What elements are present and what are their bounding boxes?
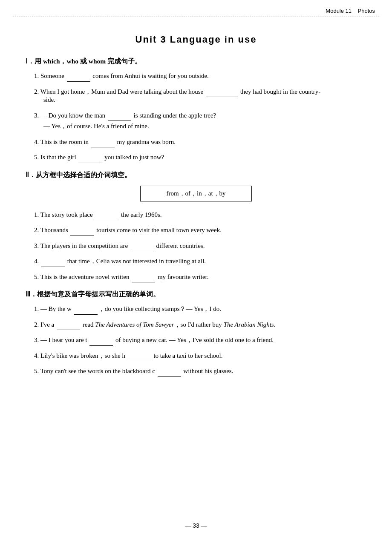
section3-roman: Ⅲ	[26, 290, 30, 298]
section2-heading: Ⅱ．从方框中选择合适的介词填空。	[26, 171, 366, 180]
blank-s1-3	[108, 110, 131, 121]
blank-s1-1	[67, 70, 90, 82]
list-item: 3. The players in the competition are di…	[34, 240, 366, 252]
blank-s3-2	[57, 319, 80, 330]
page-header: Module 11 Photos	[0, 0, 392, 17]
blank-s1-5	[78, 152, 102, 163]
section3-heading: Ⅲ．根据句意及首字母提示写出正确的单词。	[26, 290, 366, 299]
list-item: 4. This is the room in my grandma was bo…	[34, 136, 366, 148]
blank-s2-1	[95, 209, 118, 221]
list-item: 5. Tony can't see the words on the black…	[34, 365, 366, 377]
word-box-container: from，of，in，at，by	[26, 186, 366, 201]
section1-heading: Ⅰ．用 which，who 或 whom 完成句子。	[26, 57, 366, 66]
italic-title2: The Arabian Nights	[224, 321, 274, 328]
section1-instruction: ．用 which，who 或 whom 完成句子。	[28, 57, 141, 65]
blank-s2-3	[130, 240, 154, 252]
blank-s1-4	[91, 136, 115, 148]
list-item: 2. I've a read The Adventures of Tom Saw…	[34, 319, 366, 330]
blank-s1-2	[206, 86, 238, 98]
list-item: 4. Lily's bike was broken，so she h to ta…	[34, 350, 366, 362]
list-item: 3. — Do you know the man is standing und…	[34, 110, 366, 132]
section1-list: 1. Someone comes from Anhui is waiting f…	[26, 70, 366, 163]
blank-s2-2	[70, 224, 94, 236]
continued-text: side.	[34, 95, 366, 106]
list-item: 3. — I hear you are t of buying a new ca…	[34, 334, 366, 346]
list-item: 1. The story took place the early 1960s.	[34, 209, 366, 221]
list-item: 5. This is the adventure novel written m…	[34, 271, 366, 283]
word-box: from，of，in，at，by	[140, 186, 251, 201]
module-title: Module 11	[326, 8, 352, 14]
section2-roman: Ⅱ	[26, 171, 29, 178]
unit-title: Unit 3 Language in use	[26, 34, 366, 45]
sub-answer: — Yes，of course. He's a friend of mine.	[34, 121, 366, 132]
page-number: — 33 —	[185, 522, 207, 529]
blank-s3-5	[158, 365, 181, 377]
section3-instruction: ．根据句意及首字母提示写出正确的单词。	[30, 290, 160, 298]
list-item: 4. that time，Celia was not interested in…	[34, 256, 366, 267]
blank-s3-1	[74, 303, 98, 315]
page-content: Unit 3 Language in use Ⅰ．用 which，who 或 w…	[0, 17, 392, 407]
list-item: 1. Someone comes from Anhui is waiting f…	[34, 70, 366, 82]
blank-s2-5	[132, 271, 155, 283]
header-subtitle: Photos	[358, 8, 375, 14]
list-item: 1. — By the w ，do you like collecting st…	[34, 303, 366, 315]
blank-s3-4	[128, 350, 151, 362]
list-item: 5. Is that the girl you talked to just n…	[34, 152, 366, 163]
italic-title1: The Adventures of Tom Sawyer	[95, 321, 174, 328]
section3-list: 1. — By the w ，do you like collecting st…	[26, 303, 366, 377]
blank-s3-3	[89, 334, 113, 346]
list-item: 2. When I got home，Mum and Dad were talk…	[34, 86, 366, 106]
section2-list: 1. The story took place the early 1960s.…	[26, 209, 366, 283]
section2-instruction: ．从方框中选择合适的介词填空。	[29, 171, 131, 178]
blank-s2-4	[41, 256, 65, 267]
page-footer: — 33 —	[0, 522, 392, 529]
list-item: 2. Thousands tourists come to visit the …	[34, 224, 366, 236]
